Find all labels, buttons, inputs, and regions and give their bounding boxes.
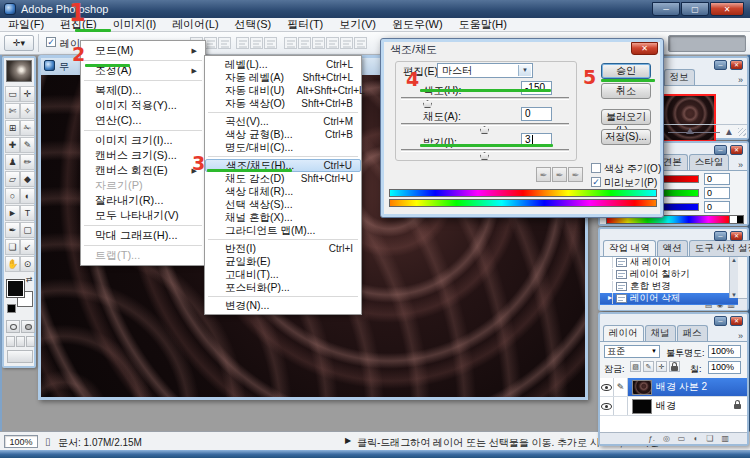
layer-thumbnail[interactable] bbox=[632, 399, 652, 414]
panel-minimize-icon[interactable]: ─ bbox=[714, 231, 727, 241]
panel-close-icon[interactable]: ✕ bbox=[730, 231, 743, 241]
navigator-zoom-slider[interactable] bbox=[668, 132, 720, 133]
layer-style-icon[interactable]: ƒ. bbox=[648, 434, 655, 443]
maximize-button[interactable]: ▢ bbox=[681, 2, 709, 16]
menu-item-apply-image[interactable]: 이미지 적용(Y)... bbox=[81, 98, 205, 113]
tab-layers[interactable]: 레이어 bbox=[603, 325, 644, 341]
navigator-zoom-thumb[interactable] bbox=[686, 128, 694, 134]
menu-item-selective-color[interactable]: 선택 색상(S)... bbox=[205, 198, 361, 211]
new-layer-icon[interactable]: ❏ bbox=[706, 434, 713, 443]
move-tool-icon[interactable]: ✛ bbox=[20, 86, 35, 102]
delete-layer-icon[interactable]: ▥ bbox=[721, 434, 729, 443]
tab-tool-presets[interactable]: 도구 사전 설정 bbox=[689, 240, 750, 256]
edit-dropdown[interactable]: 마스터 ▼ bbox=[437, 63, 533, 78]
menu-item-color-balance[interactable]: 색상 균형(B)...Ctrl+B bbox=[205, 128, 361, 141]
menu-item-image-size[interactable]: 이미지 크기(I)... bbox=[81, 133, 205, 148]
resize-grip-icon[interactable] bbox=[738, 128, 746, 136]
saturation-input[interactable]: 0 bbox=[521, 107, 552, 121]
lasso-tool-icon[interactable]: ✄ bbox=[5, 103, 20, 119]
menu-item-auto-contrast[interactable]: 자동 대비(U)Alt+Shft+Ctrl+L bbox=[205, 84, 361, 97]
menu-item-posterize[interactable]: 포스터화(P)... bbox=[205, 281, 361, 294]
menu-item-auto-levels[interactable]: 자동 레벨(A)Shft+Ctrl+L bbox=[205, 71, 361, 84]
scroll-down-icon[interactable]: ▼ bbox=[730, 292, 738, 298]
colorize-checkbox[interactable] bbox=[591, 163, 601, 173]
lock-all-icon[interactable] bbox=[669, 361, 680, 372]
visibility-cell[interactable] bbox=[600, 378, 614, 396]
hue-input[interactable]: -150 bbox=[521, 81, 552, 95]
auto-select-checkbox[interactable]: ✓ bbox=[46, 37, 56, 47]
menu-item-trim[interactable]: 잘라내기(R)... bbox=[81, 193, 205, 208]
history-scrollbar[interactable]: ▲ ▼ bbox=[729, 257, 738, 298]
magic-wand-tool-icon[interactable]: ✧ bbox=[20, 103, 35, 119]
panel-close-icon[interactable]: ✕ bbox=[730, 60, 743, 70]
menu-filter[interactable]: 필터(T) bbox=[279, 17, 331, 32]
ok-button[interactable]: 승인 bbox=[601, 63, 651, 79]
standard-screen-button[interactable] bbox=[6, 336, 15, 347]
cancel-button[interactable]: 취소 bbox=[601, 83, 651, 99]
minimize-button[interactable]: ─ bbox=[652, 2, 680, 16]
shape-tool-icon[interactable]: ▢ bbox=[20, 222, 35, 238]
menu-item-reveal-all[interactable]: 모두 나타내기(V) bbox=[81, 208, 205, 223]
lightness-slider[interactable] bbox=[401, 149, 569, 152]
imageready-jump-button[interactable] bbox=[7, 350, 33, 363]
visibility-cell[interactable] bbox=[600, 397, 614, 415]
tab-channels[interactable]: 채널 bbox=[645, 325, 676, 341]
layer-row-selected[interactable]: ✎ 배경 사본 2 bbox=[600, 378, 747, 397]
panel-close-icon[interactable]: ✕ bbox=[730, 316, 743, 326]
marquee-tool-icon[interactable]: ▭ bbox=[5, 86, 20, 102]
quick-mask-mode-button[interactable] bbox=[21, 320, 35, 333]
tab-actions[interactable]: 액션 bbox=[657, 240, 688, 256]
menu-item-mode[interactable]: 모드(M)▶ bbox=[81, 43, 205, 58]
menu-view[interactable]: 보기(V) bbox=[331, 17, 384, 32]
red-value[interactable]: 0 bbox=[704, 173, 730, 185]
foreground-color-swatch[interactable] bbox=[7, 280, 24, 297]
gradient-tool-icon[interactable]: ◆ bbox=[20, 171, 35, 187]
dialog-close-icon[interactable]: ✕ bbox=[631, 42, 658, 55]
layer-thumbnail[interactable] bbox=[632, 380, 652, 395]
scroll-up-icon[interactable]: ▲ bbox=[730, 257, 738, 263]
history-brush-tool-icon[interactable]: ✏ bbox=[20, 154, 35, 170]
lock-move-icon[interactable]: ✛ bbox=[656, 361, 667, 372]
eraser-tool-icon[interactable]: ▱ bbox=[5, 171, 20, 187]
move-tool-chip[interactable]: ✛▾ bbox=[4, 35, 34, 51]
menu-item-calculations[interactable]: 연산(C)... bbox=[81, 113, 205, 128]
link-cell[interactable] bbox=[614, 397, 628, 415]
panel-menu-icon[interactable]: » bbox=[738, 331, 743, 341]
menu-item-gradient-map[interactable]: 그라디언트 맵(M)... bbox=[205, 224, 361, 237]
lock-transparency-icon[interactable]: ▨ bbox=[630, 361, 641, 372]
healing-brush-tool-icon[interactable]: ✚ bbox=[5, 137, 20, 153]
saturation-slider[interactable] bbox=[401, 123, 569, 126]
link-cell[interactable]: ✎ bbox=[614, 378, 628, 396]
tab-styles[interactable]: 스타일 bbox=[689, 154, 730, 170]
opacity-value[interactable]: 100% bbox=[708, 345, 741, 358]
slice-tool-icon[interactable]: ✁ bbox=[20, 120, 35, 136]
menu-item-canvas-size[interactable]: 캔버스 크기(S)... bbox=[81, 148, 205, 163]
load-button[interactable]: 불러오기(L)... bbox=[601, 109, 651, 125]
layer-row[interactable]: 배경 bbox=[600, 397, 747, 416]
tab-history[interactable]: 작업 내역 bbox=[603, 240, 656, 256]
panel-minimize-icon[interactable]: ─ bbox=[714, 145, 727, 155]
menu-item-threshold[interactable]: 고대비(T)... bbox=[205, 268, 361, 281]
layer-mask-icon[interactable]: ◎ bbox=[663, 434, 670, 443]
layer-set-icon[interactable]: ▭ bbox=[678, 434, 686, 443]
menu-file[interactable]: 파일(F) bbox=[0, 17, 52, 32]
history-item-selected[interactable]: ▸레이어 삭제 bbox=[600, 293, 738, 305]
color-ramp-black[interactable] bbox=[737, 215, 744, 224]
zoom-in-icon[interactable]: ▲ bbox=[724, 126, 734, 137]
menu-item-variations[interactable]: 변경(N)... bbox=[205, 299, 361, 312]
menu-item-invert[interactable]: 반전(I)Ctrl+I bbox=[205, 242, 361, 255]
notes-tool-icon[interactable]: ❏ bbox=[5, 239, 20, 255]
tab-paths[interactable]: 패스 bbox=[677, 325, 708, 341]
fill-value[interactable]: 100% bbox=[708, 361, 741, 374]
menu-item-replace-color[interactable]: 색상 대체(R)... bbox=[205, 185, 361, 198]
clone-stamp-tool-icon[interactable]: ♟ bbox=[5, 154, 20, 170]
pen-tool-icon[interactable]: ✒ bbox=[5, 222, 20, 238]
save-button[interactable]: 저장(S)... bbox=[601, 129, 651, 145]
close-button[interactable]: ✕ bbox=[710, 2, 744, 16]
type-tool-icon[interactable]: T bbox=[20, 205, 35, 221]
panel-menu-icon[interactable]: » bbox=[738, 75, 743, 85]
brush-tool-icon[interactable]: ✎ bbox=[20, 137, 35, 153]
menu-layer[interactable]: 레이어(L) bbox=[164, 17, 226, 32]
status-zoom-input[interactable]: 100% bbox=[4, 435, 38, 448]
menu-item-histogram[interactable]: 막대 그래프(H)... bbox=[81, 228, 205, 243]
